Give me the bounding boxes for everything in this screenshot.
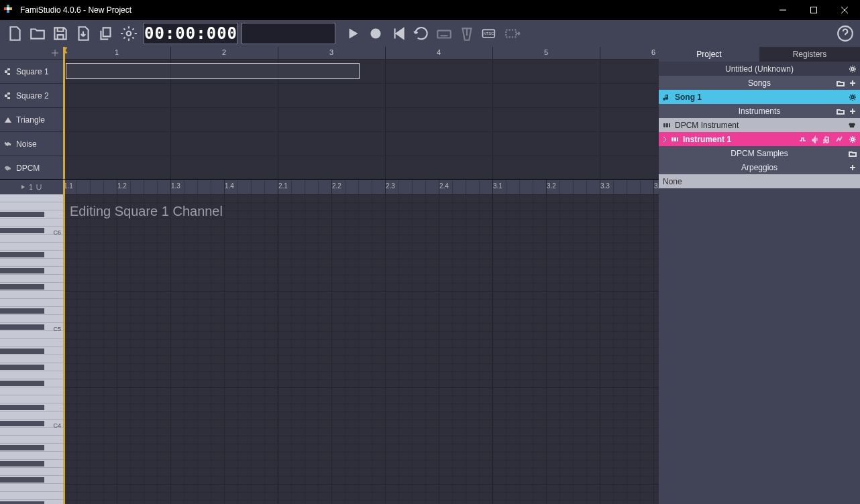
editing-channel-label: Editing Square 1 Channel	[70, 204, 223, 219]
qwerty-button[interactable]	[433, 23, 455, 44]
instrument-settings-icon[interactable]	[848, 135, 857, 144]
piano-roll-ruler[interactable]: 1.11.21.31.42.12.22.32.43.13.23.33.4	[63, 180, 659, 194]
envelope-pitch-icon[interactable]	[822, 135, 832, 144]
envelope-volume-icon[interactable]	[810, 135, 820, 144]
piano-key-black[interactable]	[0, 501, 44, 504]
grid-hline	[63, 323, 659, 324]
new-project-button[interactable]	[4, 23, 25, 44]
expand-icon[interactable]	[663, 136, 667, 143]
instrument-row-dpcm[interactable]: DPCM Instrument	[659, 118, 860, 132]
rewind-button[interactable]	[388, 23, 409, 44]
piano-key[interactable]	[0, 452, 63, 460]
dpcm-wave-icon[interactable]	[848, 121, 857, 130]
piano-key-black[interactable]	[0, 365, 44, 370]
add-arpeggio-icon[interactable]	[848, 163, 857, 172]
settings-button[interactable]	[118, 23, 140, 44]
piano-key-black[interactable]	[0, 324, 44, 330]
piano-key[interactable]	[0, 412, 63, 420]
maximize-button[interactable]	[798, 0, 829, 20]
piano-key[interactable]	[0, 468, 63, 476]
piano-key[interactable]	[0, 299, 63, 307]
sequencer-lane[interactable]	[63, 155, 659, 179]
sequencer-grid[interactable]: 123456	[63, 47, 659, 179]
sequencer-lane[interactable]	[63, 107, 659, 131]
piano-key-black[interactable]	[0, 445, 44, 450]
svg-rect-21	[663, 123, 665, 127]
sequencer-ruler[interactable]: 123456	[63, 47, 659, 59]
piano-key-black[interactable]	[0, 268, 44, 273]
piano-roll-grid[interactable]: 1.11.21.31.42.12.22.32.43.13.23.33.4 Edi…	[63, 180, 659, 504]
piano-key-black[interactable]	[0, 421, 44, 426]
track-row[interactable]: Noise	[0, 131, 63, 155]
follow-button[interactable]	[502, 23, 523, 44]
arpeggio-none-row[interactable]: None	[659, 174, 860, 188]
open-project-button[interactable]	[27, 23, 48, 44]
sequencer-lane[interactable]	[63, 131, 659, 155]
piano-key-black[interactable]	[0, 405, 44, 410]
loop-button[interactable]	[411, 23, 432, 44]
tab-project[interactable]: Project	[659, 47, 759, 62]
close-button[interactable]	[829, 0, 860, 20]
sequencer-lane[interactable]	[63, 83, 659, 107]
piano-key-black[interactable]	[0, 461, 44, 466]
track-row[interactable]: Triangle	[0, 107, 63, 131]
piano-key[interactable]	[0, 259, 63, 267]
piano-key[interactable]	[0, 243, 63, 251]
add-track-icon[interactable]	[51, 49, 59, 57]
piano-key[interactable]	[0, 291, 63, 299]
piano-key[interactable]	[0, 339, 63, 347]
envelope-arp-icon[interactable]	[835, 135, 844, 144]
piano-key[interactable]	[0, 355, 63, 363]
minimize-button[interactable]	[767, 0, 798, 20]
piano-key-black[interactable]	[0, 228, 44, 233]
playhead[interactable]	[63, 47, 65, 179]
copy-button[interactable]	[95, 23, 117, 44]
piano-key[interactable]	[0, 202, 63, 210]
piano-key[interactable]	[0, 315, 63, 323]
ntsc-button[interactable]: NTSC	[479, 23, 500, 44]
piano-roll-playhead[interactable]	[63, 180, 65, 504]
piano-key[interactable]	[0, 371, 63, 379]
add-song-icon[interactable]	[848, 78, 857, 88]
pattern-clip[interactable]	[66, 63, 360, 79]
piano-key-black[interactable]	[0, 252, 44, 257]
snap-icon[interactable]	[36, 184, 42, 190]
piano-key[interactable]	[0, 387, 63, 395]
piano-keyboard[interactable]: C6C5C4	[0, 194, 63, 504]
piano-key-black[interactable]	[0, 212, 44, 217]
piano-key[interactable]	[0, 194, 63, 202]
grid-vline	[117, 180, 117, 504]
tab-registers[interactable]: Registers	[759, 47, 860, 62]
import-song-icon[interactable]	[836, 78, 845, 88]
song-settings-icon[interactable]	[848, 92, 857, 102]
metronome-button[interactable]	[456, 23, 478, 44]
song-row[interactable]: Song 1	[659, 90, 860, 104]
piano-key-black[interactable]	[0, 349, 44, 354]
help-button[interactable]	[835, 23, 856, 44]
piano-key-black[interactable]	[0, 308, 44, 314]
instrument-row-active[interactable]: Instrument 1	[659, 132, 860, 146]
add-instrument-icon[interactable]	[848, 107, 857, 116]
piano-key[interactable]	[0, 492, 63, 500]
project-settings-icon[interactable]	[848, 64, 857, 74]
piano-key-black[interactable]	[0, 477, 44, 483]
piano-key[interactable]	[0, 218, 63, 227]
play-button[interactable]	[342, 23, 364, 44]
envelope-duty-icon[interactable]	[798, 135, 808, 144]
export-button[interactable]	[72, 23, 94, 44]
piano-key[interactable]	[0, 484, 63, 492]
piano-key[interactable]	[0, 395, 63, 403]
record-button[interactable]	[365, 23, 386, 44]
piano-key[interactable]	[0, 275, 63, 283]
track-row[interactable]: Square 2	[0, 83, 63, 107]
project-name-row[interactable]: Untitled (Unknown)	[659, 62, 860, 76]
track-row[interactable]: DPCM	[0, 155, 63, 180]
import-instrument-icon[interactable]	[836, 107, 845, 116]
piano-key-black[interactable]	[0, 381, 44, 386]
save-project-button[interactable]	[50, 23, 71, 44]
track-row[interactable]: Square 1	[0, 59, 63, 83]
piano-key-black[interactable]	[0, 284, 44, 290]
timecode-display[interactable]: 00:00:000	[144, 23, 237, 44]
piano-key[interactable]	[0, 436, 63, 444]
import-sample-icon[interactable]	[848, 149, 857, 158]
